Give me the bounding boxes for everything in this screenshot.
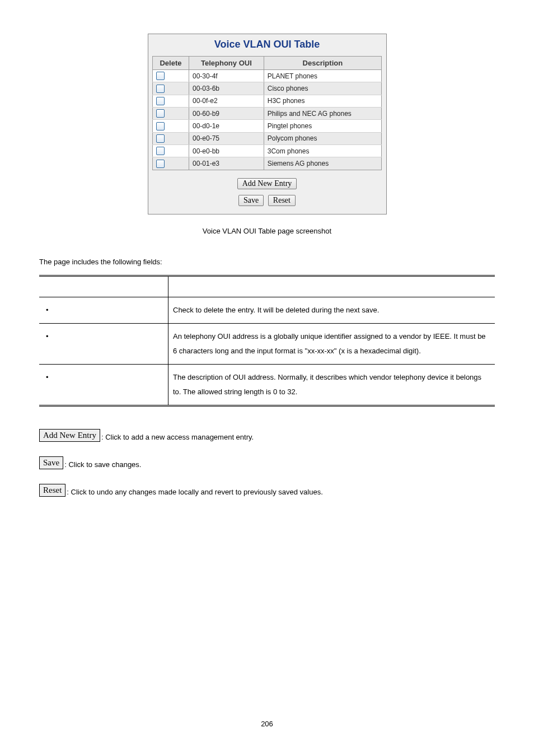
oui-cell: 00-0f-e2 [189,95,264,107]
desc-cell: Siemens AG phones [264,157,381,170]
table-row: 00-30-4f PLANET phones [153,70,382,82]
oui-col-delete: Delete [153,57,189,70]
oui-col-telephony-oui: Telephony OUI [189,57,264,70]
oui-screenshot-figure: Voice VLAN OUI Table Delete Telephony OU… [39,34,495,214]
intro-text: The page includes the following fields: [39,258,495,266]
oui-panel: Voice VLAN OUI Table Delete Telephony OU… [148,34,387,214]
delete-checkbox[interactable] [156,109,165,118]
reset-button-image: Reset [39,484,65,497]
delete-checkbox[interactable] [156,97,165,105]
delete-checkbox[interactable] [156,160,165,168]
oui-cell: 00-03-6b [189,82,264,95]
buttons-help-entry: Reset : Click to undo any changes made l… [39,484,495,497]
desc-cell: Philips and NEC AG phones [264,107,381,119]
fields-row: An telephony OUI address is a globally u… [39,323,495,364]
oui-cell: 00-e0-bb [189,144,264,157]
page-number: 206 [0,720,534,728]
table-row: 00-03-6b Cisco phones [153,82,382,95]
save-button[interactable]: Save [238,195,264,206]
desc-cell: Pingtel phones [264,120,381,132]
fields-row: The description of OUI address. Normally… [39,364,495,405]
field-description: An telephony OUI address is a globally u… [168,323,495,364]
reset-help-text: : Click to undo any changes made locally… [67,488,322,497]
desc-cell: 3Com phones [264,144,381,157]
table-row: 00-0f-e2 H3C phones [153,95,382,107]
delete-checkbox[interactable] [156,122,165,130]
oui-col-description: Description [264,57,381,70]
desc-cell: Polycom phones [264,132,381,144]
add-new-entry-button-image: Add New Entry [39,429,100,442]
oui-table: Delete Telephony OUI Description 00-30-4… [152,56,382,170]
field-object-label [54,373,54,381]
save-help-text: : Click to save changes. [64,460,141,469]
figure-caption: Voice VLAN OUI Table page screenshot [39,227,495,235]
buttons-help-section: Add New Entry : Click to add a new acces… [39,429,495,497]
oui-cell: 00-30-4f [189,70,264,82]
add-new-entry-button[interactable]: Add New Entry [237,178,297,189]
table-row: 00-01-e3 Siemens AG phones [153,157,382,170]
desc-cell: Cisco phones [264,82,381,95]
add-new-entry-help-text: : Click to add a new access management e… [101,433,254,442]
oui-cell: 00-60-b9 [189,107,264,119]
field-object-label [54,306,54,314]
oui-panel-buttons: Add New Entry Save Reset [148,170,386,206]
delete-checkbox[interactable] [156,85,165,93]
reset-button[interactable]: Reset [268,195,296,206]
oui-cell: 00-e0-75 [189,132,264,144]
desc-cell: H3C phones [264,95,381,107]
table-row: 00-e0-bb 3Com phones [153,144,382,157]
fields-row: Check to delete the entry. It will be de… [39,297,495,323]
desc-cell: PLANET phones [264,70,381,82]
oui-panel-title: Voice VLAN OUI Table [148,35,386,56]
table-row: 00-e0-75 Polycom phones [153,132,382,144]
field-object-label [54,332,54,340]
fields-header-object [39,276,168,297]
fields-header-description [168,276,495,297]
field-description: Check to delete the entry. It will be de… [168,297,495,323]
table-row: 00-d0-1e Pingtel phones [153,120,382,132]
table-row: 00-60-b9 Philips and NEC AG phones [153,107,382,119]
delete-checkbox[interactable] [156,147,165,155]
delete-checkbox[interactable] [156,134,165,143]
buttons-help-entry: Add New Entry : Click to add a new acces… [39,429,495,442]
oui-cell: 00-d0-1e [189,120,264,132]
buttons-help-entry: Save : Click to save changes. [39,456,495,469]
fields-table: Check to delete the entry. It will be de… [39,275,495,407]
oui-cell: 00-01-e3 [189,157,264,170]
save-button-image: Save [39,456,63,469]
delete-checkbox[interactable] [156,72,165,80]
field-description: The description of OUI address. Normally… [168,364,495,405]
